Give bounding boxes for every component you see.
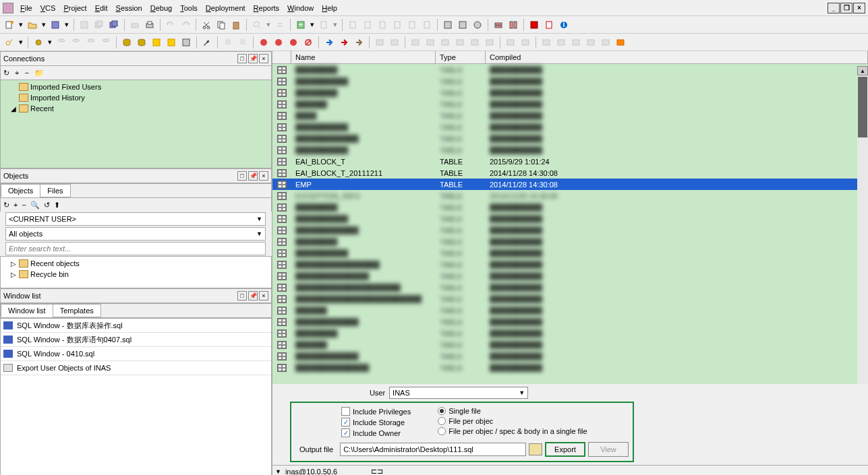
red1-icon[interactable] <box>257 36 270 49</box>
win7-icon[interactable] <box>468 36 482 49</box>
db2-icon[interactable] <box>69 36 83 49</box>
print2-icon[interactable] <box>143 18 156 32</box>
print-icon[interactable] <box>128 18 142 32</box>
tool3-icon[interactable] <box>471 18 484 32</box>
chevron-down-icon[interactable]: ▼ <box>256 230 262 237</box>
plus-icon[interactable]: + <box>294 18 308 32</box>
expand-icon[interactable]: ▷ <box>10 260 17 267</box>
grid1-icon[interactable] <box>492 18 505 32</box>
status-dropdown-icon[interactable]: ▼ <box>275 468 281 475</box>
output-path-input[interactable]: C:\Users\Administrator\Desktop\111.sql <box>340 443 526 456</box>
minus-icon[interactable]: − <box>24 69 28 77</box>
copy-icon[interactable] <box>107 18 121 32</box>
key-dropdown-icon[interactable]: ▾ <box>18 36 24 49</box>
find-icon[interactable] <box>250 18 264 32</box>
menu-debug[interactable]: Debug <box>146 1 176 15</box>
panel-close-icon[interactable]: × <box>259 171 268 181</box>
column-name[interactable]: Name <box>291 51 436 63</box>
panel-close-icon[interactable]: × <box>259 54 268 63</box>
panel-pin-icon[interactable]: 📌 <box>248 54 258 63</box>
table-row[interactable]: ████████████████████TABLE██████████ <box>272 282 868 293</box>
doc3-icon[interactable] <box>376 18 389 32</box>
window-list-item[interactable]: SQL Window - 数据库语句0407.sql <box>1 333 271 347</box>
doc5-icon[interactable] <box>405 18 419 32</box>
table-row[interactable]: ████████TABLE██████████ <box>272 64 868 75</box>
dbstack2-icon[interactable] <box>135 36 148 49</box>
refresh-icon[interactable]: ↻ <box>3 69 9 77</box>
filter-combo[interactable]: All objects ▼ <box>5 227 266 241</box>
pdf-icon[interactable] <box>542 18 556 32</box>
column-icon[interactable] <box>272 51 291 63</box>
table-row[interactable]: EMPTABLE2014/11/28 14:30:08 <box>272 179 868 190</box>
save-icon[interactable] <box>49 18 62 32</box>
win11-icon[interactable] <box>540 36 553 49</box>
tree-item[interactable]: Imported History <box>2 92 270 103</box>
table-row[interactable]: ██████████TABLE██████████ <box>272 144 868 156</box>
scrollbar[interactable]: ▲ <box>857 66 868 384</box>
table-row[interactable]: ██████████TABLE██████████ <box>272 213 868 224</box>
win5-icon[interactable] <box>438 36 452 49</box>
table-row[interactable]: EAI_BLOCK_TTABLE2015/9/29 1:01:24 <box>272 156 868 167</box>
windowlist-tab[interactable]: Window list <box>1 304 53 317</box>
win10-icon[interactable] <box>519 36 532 49</box>
minus-icon[interactable]: − <box>22 201 26 209</box>
view-button[interactable]: View <box>588 442 629 457</box>
export-button[interactable]: Export <box>545 442 585 457</box>
files-tab[interactable]: Files <box>40 184 70 197</box>
doc1-icon[interactable] <box>346 18 359 32</box>
arrow-right-blue-icon[interactable] <box>322 36 336 49</box>
doc-dropdown-icon[interactable]: ▾ <box>332 18 339 32</box>
user-combo[interactable]: <CURRENT USER> ▼ <box>5 212 266 226</box>
win2-icon[interactable] <box>388 36 401 49</box>
plus-icon[interactable]: + <box>13 201 18 209</box>
red2-icon[interactable] <box>272 36 285 49</box>
window-list-item[interactable]: SQL Window - 0410.sql <box>1 347 271 361</box>
panel-box-icon[interactable]: □ <box>237 54 247 63</box>
table-row[interactable]: ████████████TABLE██████████ <box>272 316 868 327</box>
tool2-icon[interactable] <box>456 18 469 32</box>
window-list-item[interactable]: SQL Window - 数据库表操作.sql <box>1 319 271 333</box>
column-compiled[interactable]: Compiled <box>486 51 868 63</box>
gear-dropdown-icon[interactable]: ▾ <box>47 36 53 49</box>
menu-vcs[interactable]: VCS <box>36 1 60 15</box>
grid2-icon[interactable] <box>507 18 520 32</box>
dbcheck-icon[interactable] <box>150 36 163 49</box>
dbstack1-icon[interactable] <box>120 36 134 49</box>
objects-tab[interactable]: Objects <box>1 184 40 197</box>
arrow-right-brown-icon[interactable] <box>352 36 366 49</box>
menu-reports[interactable]: Reports <box>250 1 284 15</box>
table-row[interactable]: ████████TABLE██████████ <box>272 327 868 339</box>
table-row[interactable]: ████TABLE██████████ <box>272 110 868 121</box>
menu-deployment[interactable]: Deployment <box>202 1 250 15</box>
refresh-icon[interactable]: ↻ <box>3 201 9 210</box>
win14-icon[interactable] <box>584 36 598 49</box>
tree-item[interactable]: ▷Recent objects <box>2 258 270 269</box>
oracle-icon[interactable] <box>527 18 541 32</box>
table-row[interactable]: ██████████TABLE██████████ <box>272 247 868 259</box>
table-row[interactable]: ██████████TABLE██████████ <box>272 75 868 87</box>
table-row[interactable]: ████████████TABLE██████████ <box>272 350 868 362</box>
chevron-down-icon[interactable]: ▼ <box>256 216 262 222</box>
include-owner-checkbox[interactable]: ✓ <box>341 429 350 437</box>
win4-icon[interactable] <box>424 36 437 49</box>
table-row[interactable]: ██████TABLE██████████ <box>272 339 868 350</box>
menu-edit[interactable]: Edit <box>91 1 112 15</box>
expand-icon[interactable]: ◢ <box>10 105 17 113</box>
minimize-button[interactable]: _ <box>828 3 840 13</box>
search-input[interactable] <box>5 242 266 255</box>
include-storage-checkbox[interactable]: ✓ <box>341 418 350 426</box>
scroll-thumb[interactable] <box>858 77 867 137</box>
win16-icon[interactable] <box>614 36 627 49</box>
table-row[interactable]: EAI_BLOCK_T_20111211TABLE2014/11/28 14:3… <box>272 167 868 179</box>
include-privileges-checkbox[interactable] <box>341 407 350 416</box>
doc2-icon[interactable] <box>361 18 374 32</box>
menu-window[interactable]: Window <box>283 1 318 15</box>
tree-item[interactable]: ▷Recycle bin <box>2 269 270 280</box>
panel-box-icon[interactable]: □ <box>237 171 247 181</box>
undo-icon[interactable] <box>164 18 177 32</box>
plus-icon[interactable]: + <box>15 69 19 77</box>
status-pin-icon[interactable]: ⊏⊐ <box>371 467 383 475</box>
flag2-icon[interactable] <box>236 36 250 49</box>
column-type[interactable]: Type <box>436 51 486 63</box>
tree-item[interactable]: ◢Recent <box>2 103 270 114</box>
